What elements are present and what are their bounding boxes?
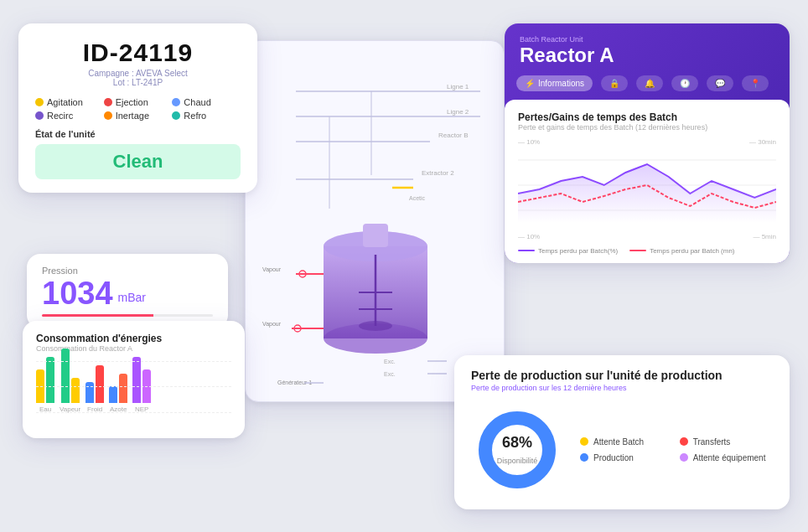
label-attente-batch: Attente Batch [593, 437, 644, 447]
tab-icon-3[interactable]: 🕐 [671, 75, 698, 91]
legend-label-red: Temps perdu par Batch (mn) [650, 247, 734, 255]
reactor-card: Batch Reactor Unit Reactor A ⚡ Informati… [505, 23, 790, 263]
tag-label-agitation: Agitation [47, 97, 83, 107]
donut-chart: 68% Disponibilité [471, 404, 563, 496]
production-title: Perte de production sur l'unité de produ… [471, 369, 773, 382]
svg-text:Exc.: Exc. [384, 359, 396, 364]
tag-dot-agitation [35, 98, 44, 106]
clean-badge: Clean [35, 144, 241, 179]
dot-transferts [680, 437, 688, 446]
legend-attente-batch: Attente Batch [580, 437, 666, 447]
svg-text:Ligne 2: Ligne 2 [447, 108, 469, 116]
tag-chaud: Chaud [172, 97, 241, 107]
svg-text:Acetic: Acetic [409, 195, 426, 201]
tag-recirc: Recirc [35, 111, 104, 121]
tab-icon-2[interactable]: 🔔 [636, 75, 663, 91]
production-card: Perte de production sur l'unité de produ… [454, 355, 790, 509]
grid-line-3 [36, 412, 231, 413]
tab-icon-5[interactable]: 📍 [742, 75, 769, 91]
legend-red: Temps perdu par Batch (mn) [629, 247, 734, 255]
tag-label-recirc: Recirc [47, 111, 73, 121]
etat-label: État de l'unité [35, 129, 241, 139]
y-left-top: — 10% [518, 138, 540, 146]
svg-rect-17 [363, 224, 388, 247]
campaign-label: Campagne : AVEVA Select [35, 69, 241, 78]
y-right-top: — 30min [749, 138, 776, 146]
tag-dot-refro [172, 111, 180, 120]
tag-dot-chaud [172, 98, 180, 106]
pressure-unit: mBar [118, 291, 146, 304]
energy-title: Consommation d'énergies [36, 333, 231, 344]
reactor-tabs: ⚡ Informations 🔒 🔔 🕐 💬 📍 [505, 75, 790, 100]
tab-icon-1[interactable]: 🔒 [601, 75, 628, 91]
svg-text:Vapour: Vapour [262, 266, 282, 273]
energy-card: Consommation d'énergies Consommation du … [23, 321, 245, 438]
tag-label-refro: Refro [184, 111, 206, 121]
chart-subtitle: Perte et gains de temps des Batch (12 de… [518, 123, 776, 132]
legend-production: Production [580, 453, 666, 462]
legend-line-red [629, 250, 646, 251]
legend-purple: Temps perdu par Batch(%) [518, 247, 618, 255]
svg-point-19 [359, 321, 392, 331]
diagram-inner: Ligne 1 Ligne 2 Reactor B Extractor 2 Ac… [246, 41, 504, 401]
legend-attente-equipement: Attente équipement [680, 453, 766, 462]
svg-text:Reactor B: Reactor B [438, 132, 469, 139]
donut-center: 68% Disponibilité [497, 433, 538, 466]
bolt-icon: ⚡ [525, 79, 535, 88]
reactor-subtitle: Batch Reactor Unit [520, 35, 774, 44]
tag-agitation: Agitation [35, 97, 104, 107]
grid-line-1 [36, 361, 231, 362]
label-attente-equipement: Attente équipement [693, 453, 766, 462]
svg-text:Exc.: Exc. [384, 371, 396, 377]
donut-percentage: 68% [497, 433, 538, 451]
tab-icon-4[interactable]: 💬 [707, 75, 733, 91]
legend-transferts: Transferts [680, 437, 766, 447]
svg-text:Ligne 1: Ligne 1 [447, 83, 469, 90]
pressure-card: Pression 1034 mBar [27, 254, 228, 328]
production-body: 68% Disponibilité Attente Batch Transfer… [471, 404, 773, 496]
svg-text:Extractor 2: Extractor 2 [422, 169, 454, 177]
chart-grid [36, 361, 231, 413]
tag-dot-ejection [104, 98, 112, 106]
legend-label-purple: Temps perdu par Batch(%) [538, 247, 618, 255]
tab-informations[interactable]: ⚡ Informations [516, 75, 593, 91]
tag-label-inertage: Inertage [116, 111, 149, 121]
y-right-bot: — 5min [753, 233, 776, 240]
diagram-card: Ligne 1 Ligne 2 Reactor B Extractor 2 Ac… [245, 40, 505, 402]
production-subtitle: Perte de production sur les 12 dernière … [471, 384, 773, 392]
tag-label-ejection: Ejection [116, 97, 148, 107]
pressure-number: 1034 [42, 277, 113, 309]
id-card: ID-24119 Campagne : AVEVA Select Lot : L… [18, 23, 257, 193]
grid-line-2 [36, 386, 231, 387]
label-production: Production [593, 453, 634, 462]
reactor-title: Reactor A [520, 44, 774, 67]
label-transferts: Transferts [693, 437, 731, 447]
reactor-chart-area: Pertes/Gains de temps des Batch Perte et… [505, 100, 790, 263]
tag-refro: Refro [172, 111, 241, 121]
dot-attente-batch [580, 437, 588, 446]
y-left-bot: — 10% [518, 233, 540, 240]
pressure-bar [42, 314, 213, 317]
lot-label: Lot : LT-241P [35, 78, 241, 87]
dot-attente-equipement [680, 453, 688, 462]
legend-line-purple [518, 250, 535, 251]
pressure-label: Pression [42, 266, 213, 276]
id-number: ID-24119 [35, 39, 241, 67]
pressure-value-group: 1034 mBar [42, 277, 213, 309]
tag-label-chaud: Chaud [184, 97, 210, 107]
reactor-header: Batch Reactor Unit Reactor A [505, 23, 790, 75]
tag-ejection: Ejection [104, 97, 173, 107]
reactor-diagram-svg: Ligne 1 Ligne 2 Reactor B Extractor 2 Ac… [246, 41, 505, 401]
donut-label: Disponibilité [497, 456, 538, 464]
line-chart [518, 147, 776, 231]
svg-marker-37 [518, 164, 776, 223]
energy-bar-chart: Eau Vapeur Froid [36, 361, 231, 428]
svg-text:Vapour: Vapour [262, 321, 282, 328]
chart-legend: Temps perdu par Batch(%) Temps perdu par… [518, 247, 776, 255]
production-legend: Attente Batch Transferts Production Atte… [580, 437, 765, 462]
chart-title: Pertes/Gains de temps des Batch [518, 111, 776, 123]
dot-production [580, 453, 588, 462]
scene: ID-24119 Campagne : AVEVA Select Lot : L… [18, 15, 790, 518]
tag-list: Agitation Ejection Chaud Recirc Inertage… [35, 97, 241, 121]
tab-informations-label: Informations [538, 79, 584, 88]
